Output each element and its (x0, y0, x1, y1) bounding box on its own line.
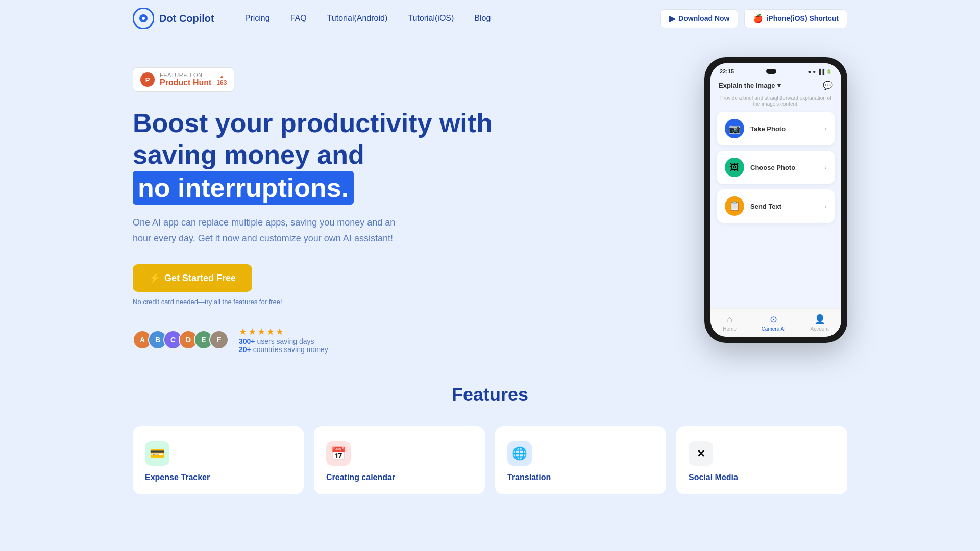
download-button[interactable]: ▶ Download Now (660, 9, 738, 28)
calendar-label: Creating calendar (326, 473, 473, 482)
proof-users: 300+ users saving days (239, 337, 328, 345)
phone-screen: 22:15 ● ● ▐▐ 🔋 Explain the image ▾ 💬 Pro… (710, 63, 841, 337)
feature-card-calendar: 📅 Creating calendar (314, 426, 485, 494)
logo[interactable]: Dot Copilot (133, 8, 214, 29)
feature-card-expense: 💳 Expense Tracker (133, 426, 304, 494)
social-proof: A B C D E F ★★★★★ 300+ users saving days… (133, 326, 664, 354)
social-media-label: Social Media (689, 473, 835, 482)
arrow-icon: › (824, 202, 827, 210)
avatar-group: A B C D E F (133, 330, 229, 349)
phone-option-send-text[interactable]: 📋 Send Text › (717, 189, 835, 223)
arrow-icon: › (824, 124, 827, 133)
brand-name: Dot Copilot (159, 13, 214, 24)
apple-icon: 🍎 (753, 14, 763, 23)
phone-prompt: Provide a brief and straightforward expl… (717, 95, 835, 107)
phone-notch (766, 69, 776, 74)
proof-text: ★★★★★ 300+ users saving days 20+ countri… (239, 326, 328, 354)
phone-bottom-nav: ⌂ Home ⊙ Camera AI 👤 Account (710, 308, 841, 337)
get-started-button[interactable]: ⚡ Get Started Free (133, 264, 252, 292)
phone-nav-camera[interactable]: ⊙ Camera AI (762, 314, 786, 332)
ph-votes: ▲ 163 (216, 73, 227, 86)
phone-header: Explain the image ▾ 💬 (710, 77, 841, 92)
send-text-icon: 📋 (725, 196, 744, 216)
translation-icon: 🌐 (507, 441, 532, 466)
camera-icon: ⊙ (770, 314, 777, 325)
svg-point-2 (142, 17, 145, 20)
nav-pricing[interactable]: Pricing (245, 14, 270, 23)
hero-content: P FEATURED ON Product Hunt ▲ 163 Boost y… (133, 57, 664, 354)
cta-note: No credit card needed—try all the featur… (133, 298, 664, 306)
logo-icon (133, 8, 154, 29)
nav-actions: ▶ Download Now 🍎 iPhone(iOS) Shortcut (660, 9, 847, 28)
phone-signal: ● ● ▐▐ 🔋 (808, 69, 832, 74)
expense-tracker-icon: 💳 (145, 441, 169, 466)
arrow-icon: › (824, 163, 827, 171)
phone-status-bar: 22:15 ● ● ▐▐ 🔋 (710, 63, 841, 77)
nav-faq[interactable]: FAQ (290, 14, 307, 23)
phone-mockup-area: 22:15 ● ● ▐▐ 🔋 Explain the image ▾ 💬 Pro… (704, 57, 847, 343)
phone-nav-home[interactable]: ⌂ Home (723, 314, 737, 332)
nav-blog[interactable]: Blog (474, 14, 491, 23)
cta-area: ⚡ Get Started Free (133, 264, 664, 298)
product-hunt-logo: P (140, 72, 155, 87)
expense-tracker-label: Expense Tracker (145, 473, 291, 482)
feature-card-translation: 🌐 Translation (495, 426, 666, 494)
features-section: Features 💳 Expense Tracker 📅 Creating ca… (0, 354, 980, 515)
features-title: Features (133, 384, 847, 406)
phone-option-take-photo[interactable]: 📷 Take Photo › (717, 112, 835, 145)
nav-links: Pricing FAQ Tutorial(Android) Tutorial(i… (245, 14, 660, 23)
nav-tutorial-android[interactable]: Tutorial(Android) (327, 14, 388, 23)
play-store-icon: ▶ (669, 14, 675, 23)
nav-tutorial-ios[interactable]: Tutorial(iOS) (408, 14, 454, 23)
proof-countries: 20+ countries saving money (239, 345, 328, 354)
hero-section: P FEATURED ON Product Hunt ▲ 163 Boost y… (0, 37, 980, 354)
navbar: Dot Copilot Pricing FAQ Tutorial(Android… (0, 0, 980, 37)
star-rating: ★★★★★ (239, 326, 328, 337)
take-photo-label: Take Photo (750, 125, 786, 133)
hero-highlight: no interruptions. (133, 171, 354, 205)
translation-label: Translation (507, 473, 654, 482)
choose-photo-label: Choose Photo (750, 164, 795, 171)
choose-photo-icon: 🖼 (725, 158, 744, 177)
phone-content: Provide a brief and straightforward expl… (710, 92, 841, 308)
feature-card-social: ✕ Social Media (676, 426, 847, 494)
phone-option-choose-photo[interactable]: 🖼 Choose Photo › (717, 151, 835, 184)
ios-shortcut-button[interactable]: 🍎 iPhone(iOS) Shortcut (744, 9, 847, 28)
send-text-label: Send Text (750, 203, 781, 210)
home-icon: ⌂ (727, 314, 732, 325)
phone-time: 22:15 (720, 68, 734, 74)
features-grid: 💳 Expense Tracker 📅 Creating calendar 🌐 … (133, 426, 847, 494)
phone-title: Explain the image ▾ (719, 82, 781, 89)
account-icon: 👤 (814, 314, 825, 325)
ph-text-block: FEATURED ON Product Hunt (160, 72, 211, 87)
hero-heading: Boost your productivity with saving mone… (133, 107, 664, 205)
hero-subtext: One AI app can replace multiple apps, sa… (133, 215, 408, 246)
calendar-icon: 📅 (326, 441, 351, 466)
phone-mockup: 22:15 ● ● ▐▐ 🔋 Explain the image ▾ 💬 Pro… (704, 57, 847, 343)
phone-chat-icon: 💬 (823, 81, 833, 90)
avatar: F (209, 330, 229, 349)
phone-nav-account[interactable]: 👤 Account (811, 314, 829, 332)
take-photo-icon: 📷 (725, 119, 744, 138)
product-hunt-badge[interactable]: P FEATURED ON Product Hunt ▲ 163 (133, 67, 234, 92)
lightning-icon: ⚡ (149, 272, 160, 284)
social-media-icon: ✕ (689, 441, 713, 466)
